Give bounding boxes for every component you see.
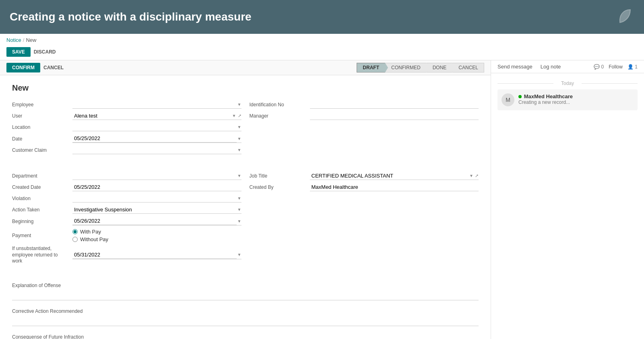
violation-wrapper: ▼ — [72, 194, 242, 203]
confirm-button[interactable]: CONFIRM — [6, 63, 40, 72]
form-top-section: Employee ▼ User ▼ — [12, 101, 479, 157]
customer-claim-select[interactable] — [72, 146, 237, 154]
department-wrapper: ▼ — [72, 172, 242, 180]
payment-with-pay-radio[interactable] — [72, 229, 78, 234]
page-header: Creating a notice with a disciplinary me… — [0, 0, 644, 34]
save-button[interactable]: SAVE — [6, 47, 31, 57]
chatter-area: Send message Log note 💬 0 Follow 👤 1 Tod… — [491, 60, 644, 339]
message-count-value: 0 — [601, 64, 604, 70]
created-date-input[interactable] — [72, 183, 242, 191]
users-count: 👤 1 — [627, 64, 638, 70]
corrective-label-row: Corrective Action Recommended — [12, 308, 479, 314]
violation-select[interactable] — [72, 194, 237, 202]
corrective-textarea[interactable] — [12, 316, 479, 326]
main-layout: CONFIRM CANCEL DRAFT CONFIRMED DONE CANC… — [0, 60, 644, 339]
payment-with-pay-option[interactable]: With Pay — [72, 229, 242, 235]
action-taken-select[interactable]: Investigative Suspension — [72, 206, 237, 213]
employee-label: Employee — [12, 102, 68, 107]
form-area: CONFIRM CANCEL DRAFT CONFIRMED DONE CANC… — [0, 60, 491, 339]
location-select[interactable] — [72, 123, 237, 131]
log-note-button[interactable]: Log note — [541, 64, 561, 70]
message-count: 💬 0 — [594, 64, 604, 70]
location-chevron-icon: ▼ — [237, 125, 242, 129]
form-right-col: Identification No Manager — [250, 101, 479, 157]
employee-row: Employee ▼ — [12, 101, 242, 109]
consequence-section: Consequense of Future Infraction — [12, 334, 479, 339]
date-input[interactable] — [72, 134, 237, 143]
breadcrumb: Notice / New — [6, 37, 638, 43]
created-by-row: Created By — [250, 183, 479, 191]
identification-row: Identification No — [250, 101, 479, 109]
job-title-input[interactable] — [310, 172, 468, 180]
created-by-input[interactable] — [310, 183, 479, 191]
message-text: Creating a new record... — [518, 99, 634, 105]
employee-chevron-icon: ▼ — [237, 102, 242, 107]
customer-claim-label: Customer Claim — [12, 147, 68, 153]
department-select[interactable] — [72, 172, 237, 180]
pipeline-step-confirmed[interactable]: CONFIRMED — [385, 63, 427, 72]
payment-without-pay-option[interactable]: Without Pay — [72, 236, 242, 242]
department-row: Department ▼ — [12, 172, 242, 180]
payment-without-pay-label: Without Pay — [80, 236, 108, 242]
avatar-initial: M — [506, 97, 510, 103]
beginning-input[interactable] — [72, 217, 237, 225]
pipeline-step-cancel[interactable]: CANCEL — [452, 63, 484, 72]
payment-without-pay-radio[interactable] — [72, 237, 78, 242]
customer-claim-chevron-icon: ▼ — [237, 148, 242, 152]
manager-input[interactable] — [310, 112, 479, 120]
form-title: New — [12, 83, 479, 93]
violation-label: Violation — [12, 196, 68, 201]
corrective-label: Corrective Action Recommended — [12, 308, 83, 314]
user-row: User ▼ ➚ — [12, 112, 242, 120]
pipeline-step-done[interactable]: DONE — [427, 63, 453, 72]
users-count-value: 1 — [635, 64, 638, 70]
chatter-content: Today M MaxMed Healthcare Creating a new… — [491, 73, 644, 339]
form-left-col: Employee ▼ User ▼ — [12, 101, 242, 157]
date-wrapper: ▼ — [72, 134, 242, 143]
chatter-today-label: Today — [561, 81, 574, 86]
chatter-meta: 💬 0 Follow 👤 1 — [594, 64, 638, 70]
leaf-logo-icon — [615, 7, 634, 27]
discard-button[interactable]: DISCARD — [34, 49, 56, 55]
pipeline-step-draft[interactable]: DRAFT — [357, 63, 385, 72]
cancel-action-button[interactable]: CANCEL — [43, 63, 64, 72]
user-input-wrapper: ▼ ➚ — [72, 112, 242, 120]
status-bar: CONFIRM CANCEL DRAFT CONFIRMED DONE CANC… — [0, 60, 491, 75]
date-chevron-icon: ▼ — [237, 136, 242, 141]
follow-button[interactable]: Follow — [609, 64, 623, 70]
returned-input[interactable] — [72, 251, 237, 259]
explanation-textarea[interactable] — [12, 291, 479, 300]
payment-with-pay-label: With Pay — [80, 229, 101, 235]
explanation-label: Explanation of Offense — [12, 283, 61, 288]
consequence-label: Consequense of Future Infraction — [12, 334, 84, 339]
online-indicator — [518, 95, 522, 98]
chatter-message: M MaxMed Healthcare Creating a new recor… — [497, 89, 638, 110]
created-date-label: Created Date — [12, 184, 68, 190]
date-label: Date — [12, 136, 68, 142]
employee-select-wrapper: ▼ — [72, 101, 242, 109]
breadcrumb-parent[interactable]: Notice — [6, 37, 21, 43]
user-input[interactable] — [72, 112, 231, 120]
explanation-label-row: Explanation of Offense — [12, 282, 479, 288]
identification-label: Identification No — [250, 102, 306, 107]
date-row: Date ▼ — [12, 134, 242, 143]
form-mid-section: Department ▼ Created Date — [12, 172, 479, 268]
payment-row: Payment With Pay Without Pay — [12, 229, 242, 242]
breadcrumb-current: New — [26, 37, 36, 43]
identification-input[interactable] — [310, 101, 479, 109]
job-title-external-icon[interactable]: ➚ — [475, 173, 479, 178]
job-title-wrapper: ▼ ➚ — [310, 172, 479, 180]
returned-chevron-icon: ▼ — [237, 252, 242, 257]
avatar: M — [502, 93, 514, 106]
user-external-icon[interactable]: ➚ — [238, 113, 242, 118]
location-label: Location — [12, 124, 68, 130]
toolbar: SAVE DISCARD — [6, 45, 638, 58]
customer-claim-wrapper: ▼ — [72, 146, 242, 154]
manager-row: Manager — [250, 112, 479, 120]
breadcrumb-separator: / — [23, 37, 25, 43]
location-row: Location ▼ — [12, 123, 242, 131]
send-message-button[interactable]: Send message — [497, 64, 533, 70]
violation-chevron-icon: ▼ — [237, 196, 242, 201]
employee-select[interactable] — [72, 101, 237, 108]
message-body: MaxMed Healthcare Creating a new record.… — [518, 93, 634, 106]
